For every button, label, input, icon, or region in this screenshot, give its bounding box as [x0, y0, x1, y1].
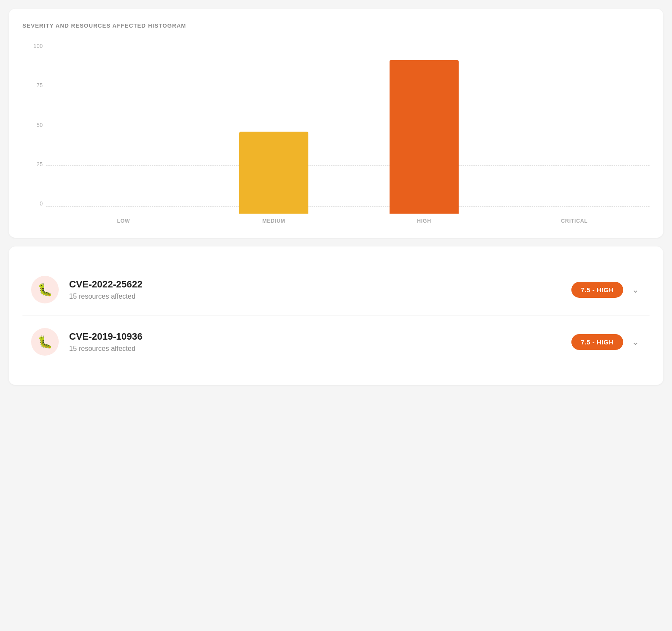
bar-group-low: LOW — [48, 60, 199, 224]
bug-icon-1: 🐛 — [38, 335, 53, 349]
cve-list-card: 🐛 CVE-2022-25622 15 resources affected 7… — [9, 246, 663, 385]
y-label-75: 75 — [22, 82, 46, 88]
cve-list: 🐛 CVE-2022-25622 15 resources affected 7… — [22, 260, 650, 371]
bug-icon-0: 🐛 — [38, 283, 53, 297]
cve-resources-1: 15 resources affected — [69, 345, 571, 353]
y-label-0: 0 — [22, 200, 46, 207]
bar-label-critical: CRITICAL — [561, 218, 588, 224]
bar-high — [390, 60, 459, 214]
bug-icon-wrapper-0: 🐛 — [31, 276, 59, 303]
cve-info-1: CVE-2019-10936 15 resources affected — [69, 331, 571, 353]
bug-icon-wrapper-1: 🐛 — [31, 328, 59, 356]
bar-group-critical: CRITICAL — [499, 60, 650, 224]
cve-id-0: CVE-2022-25622 — [69, 279, 571, 290]
cve-resources-0: 15 resources affected — [69, 293, 571, 300]
grid-line-100 — [46, 43, 650, 43]
bar-medium — [239, 132, 308, 214]
chart-title: SEVERITY AND RESOURCES AFFECTED HISTOGRA… — [22, 22, 650, 29]
expand-icon-1[interactable]: ⌄ — [630, 335, 641, 349]
bar-group-high: HIGH — [349, 60, 499, 224]
bar-group-medium: MEDIUM — [199, 60, 349, 224]
chart-area: 0 25 50 75 100 LOW MEDIUM — [22, 43, 650, 224]
cve-badge-0: 7.5 - HIGH — [571, 282, 623, 298]
y-axis: 0 25 50 75 100 — [22, 43, 46, 207]
expand-icon-0[interactable]: ⌄ — [630, 283, 641, 297]
bar-label-medium: MEDIUM — [263, 218, 285, 224]
bar-label-low: LOW — [117, 218, 130, 224]
bars-container: LOW MEDIUM HIGH CRITICAL — [48, 60, 650, 224]
y-label-100: 100 — [22, 43, 46, 49]
cve-item-1: 🐛 CVE-2019-10936 15 resources affected 7… — [22, 316, 650, 368]
cve-item-0: 🐛 CVE-2022-25622 15 resources affected 7… — [22, 264, 650, 316]
cve-id-1: CVE-2019-10936 — [69, 331, 571, 342]
histogram-card: SEVERITY AND RESOURCES AFFECTED HISTOGRA… — [9, 9, 663, 238]
cve-badge-1: 7.5 - HIGH — [571, 334, 623, 350]
cve-info-0: CVE-2022-25622 15 resources affected — [69, 279, 571, 300]
bar-label-high: HIGH — [417, 218, 431, 224]
y-label-25: 25 — [22, 161, 46, 167]
y-label-50: 50 — [22, 122, 46, 128]
